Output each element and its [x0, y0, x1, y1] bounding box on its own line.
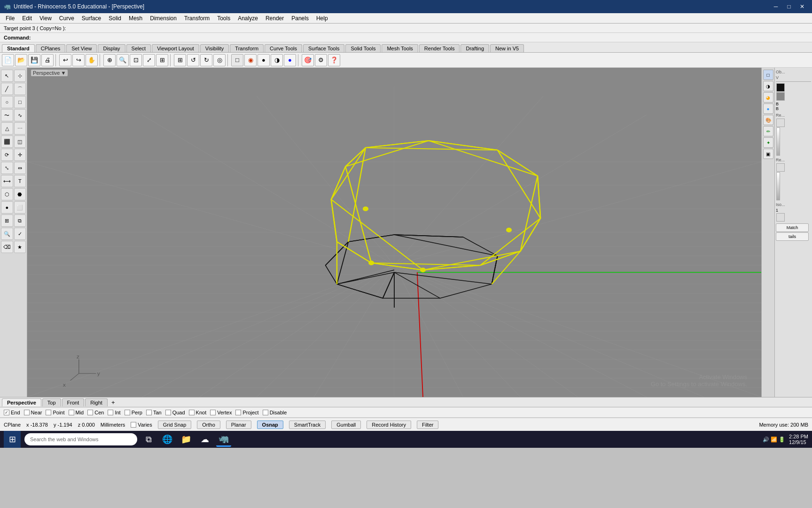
osnap-perp[interactable]: Perp — [125, 410, 142, 415]
rhino-taskbar-icon[interactable]: 🦏 — [216, 432, 231, 447]
display-mode-color[interactable]: ◕ — [763, 92, 773, 103]
osnap-tan[interactable]: Tan — [146, 410, 162, 415]
check-tool[interactable]: ✓ — [14, 228, 26, 240]
osnap-btn[interactable]: Osnap — [257, 421, 283, 429]
undo-btn[interactable]: ↩ — [59, 54, 71, 66]
osnap-knot[interactable]: Knot — [189, 410, 207, 415]
ghost-btn[interactable]: ◑ — [271, 54, 283, 66]
display-mode-grid[interactable]: ▣ — [763, 149, 773, 159]
arc-tool[interactable]: ⌒ — [14, 83, 26, 95]
osnap-project-check[interactable] — [235, 410, 241, 415]
render-slider-2[interactable] — [776, 172, 780, 200]
dim-tool[interactable]: ⟷ — [1, 175, 13, 187]
text-tool[interactable]: T — [14, 175, 26, 187]
viewport-area[interactable]: Perspective ▼ — [27, 68, 761, 397]
osnap-project[interactable]: Project — [235, 410, 258, 415]
snap-btn[interactable]: ⊕ — [103, 54, 116, 66]
menu-render[interactable]: Render — [262, 14, 288, 23]
viewport-tab-perspective[interactable]: Perspective — [2, 398, 41, 406]
tab-viewport-layout[interactable]: Viewport Layout — [152, 44, 199, 52]
tab-visibility[interactable]: Visibility — [200, 44, 229, 52]
menu-transform[interactable]: Transform — [180, 14, 213, 23]
scale-tool[interactable]: ⤡ — [1, 162, 13, 174]
planar-btn[interactable]: Planar — [226, 421, 251, 429]
tab-cplanes[interactable]: CPlanes — [36, 44, 66, 52]
snap2-btn[interactable]: 🎯 — [302, 54, 314, 66]
smarttrack-btn[interactable]: SmartTrack — [289, 421, 326, 429]
tab-surface-tools[interactable]: Surface Tools — [303, 44, 344, 52]
solid-tool[interactable]: ⬡ — [1, 188, 13, 200]
menu-panels[interactable]: Panels — [288, 14, 312, 23]
erase-tool[interactable]: ⌫ — [1, 241, 13, 253]
help-btn[interactable]: ❓ — [328, 54, 340, 66]
shade-btn[interactable]: ◉ — [244, 54, 257, 66]
tails-button[interactable]: tails — [776, 232, 809, 241]
display-mode-pencil[interactable]: ✏ — [763, 126, 773, 136]
select-tool[interactable]: ↖ — [1, 70, 13, 82]
osnap-vertex-check[interactable] — [210, 410, 216, 415]
star-tool[interactable]: ★ — [14, 241, 26, 253]
select2-tool[interactable]: ⊹ — [14, 70, 26, 82]
freeform-tool[interactable]: ∿ — [14, 109, 26, 121]
ortho-btn[interactable]: Ortho — [197, 421, 220, 429]
osnap-mid-check[interactable] — [69, 410, 74, 415]
zoom-btn[interactable]: 🔍 — [117, 54, 129, 66]
tab-set-view[interactable]: Set View — [66, 44, 97, 52]
open-btn[interactable]: 📂 — [15, 54, 27, 66]
mirror-tool[interactable]: ⇔ — [14, 162, 26, 174]
display-mode-paint[interactable]: 🎨 — [763, 115, 773, 125]
menu-file[interactable]: File — [2, 14, 18, 23]
menu-surface[interactable]: Surface — [78, 14, 105, 23]
tab-drafting[interactable]: Drafting — [461, 44, 489, 52]
viewport-tab-front[interactable]: Front — [62, 398, 85, 406]
prop-btn[interactable]: ⚙ — [315, 54, 327, 66]
mesh2-tool[interactable]: ⬣ — [14, 188, 26, 200]
grid-btn[interactable]: ⊞ — [174, 54, 186, 66]
sphere-tool[interactable]: ● — [1, 201, 13, 214]
cam-btn[interactable]: ◎ — [213, 54, 226, 66]
group-tool[interactable]: ⊞ — [1, 214, 13, 227]
redo2-btn[interactable]: ↻ — [200, 54, 212, 66]
zoom-ext-btn[interactable]: ⤢ — [143, 54, 155, 66]
osnap-cen[interactable]: Cen — [87, 410, 104, 415]
render-slider-1[interactable] — [776, 127, 780, 156]
gumball-btn[interactable]: Gumball — [331, 421, 361, 429]
osnap-mid[interactable]: Mid — [69, 410, 84, 415]
menu-help[interactable]: Help — [312, 14, 332, 23]
blue-btn[interactable]: ● — [284, 54, 296, 66]
display-mode-sphere[interactable]: ● — [763, 103, 773, 114]
color-swatch-black[interactable] — [776, 83, 785, 92]
tab-curve-tools[interactable]: Curve Tools — [265, 44, 302, 52]
zoom-win-btn[interactable]: ⊡ — [130, 54, 142, 66]
tab-render-tools[interactable]: Render Tools — [419, 44, 460, 52]
tab-mesh-tools[interactable]: Mesh Tools — [382, 44, 418, 52]
move-tool[interactable]: ✛ — [14, 149, 26, 161]
osnap-tan-check[interactable] — [146, 410, 152, 415]
transform-tool[interactable]: ⟳ — [1, 149, 13, 161]
save-btn[interactable]: 💾 — [28, 54, 40, 66]
poly-tool[interactable]: △ — [1, 122, 13, 135]
osnap-end[interactable]: End — [4, 410, 20, 415]
osnap-int[interactable]: Int — [108, 410, 120, 415]
filter-btn[interactable]: Filter — [417, 421, 438, 429]
osnap-point[interactable]: Point — [46, 410, 64, 415]
osnap-near-check[interactable] — [24, 410, 30, 415]
start-button[interactable]: ⊞ — [4, 431, 21, 448]
tab-display[interactable]: Display — [98, 44, 125, 52]
osnap-disable[interactable]: Disable — [263, 410, 287, 415]
viewport-tab-right[interactable]: Right — [85, 398, 108, 406]
osnap-point-check[interactable] — [46, 410, 51, 415]
print-btn[interactable]: 🖨 — [41, 54, 54, 66]
record-history-btn[interactable]: Record History — [367, 421, 411, 429]
box-tool[interactable]: ⬜ — [14, 201, 26, 214]
menu-curve[interactable]: Curve — [55, 14, 78, 23]
osnap-vertex[interactable]: Vertex — [210, 410, 232, 415]
render-swatch-1[interactable] — [776, 119, 785, 127]
osnap-near[interactable]: Near — [24, 410, 42, 415]
menu-analyze[interactable]: Analyze — [234, 14, 262, 23]
display-mode-shade[interactable]: ◑ — [763, 81, 773, 91]
curve-tool[interactable]: 〜 — [1, 109, 13, 121]
close-button[interactable]: ✕ — [796, 2, 808, 11]
edge-icon[interactable]: 🌐 — [160, 432, 175, 447]
redo-btn[interactable]: ↪ — [72, 54, 85, 66]
